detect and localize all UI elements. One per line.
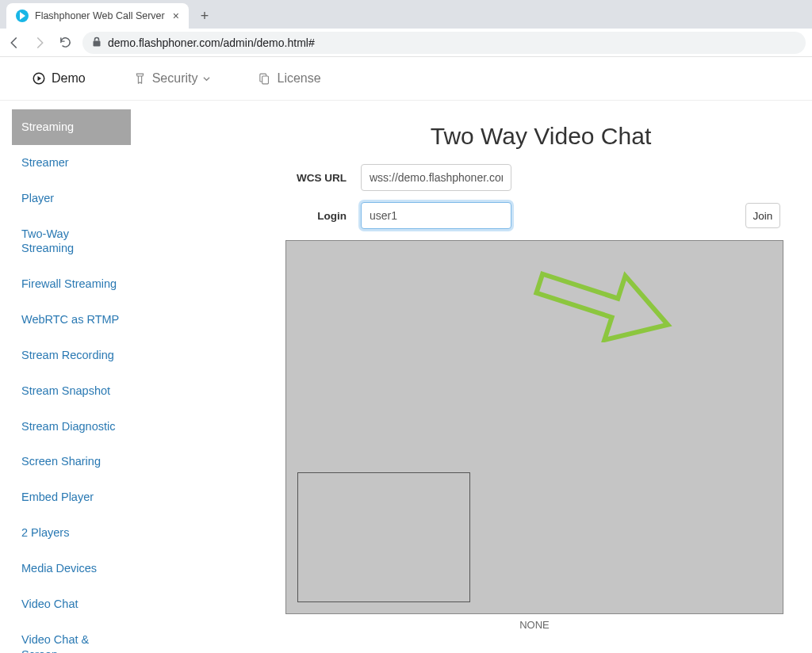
svg-rect-0 <box>94 40 101 46</box>
sidebar: Streaming Streamer Player Two-Way Stream… <box>0 101 143 653</box>
sidebar-item-media-devices[interactable]: Media Devices <box>12 551 131 586</box>
wcs-url-input[interactable] <box>361 164 511 191</box>
nav-demo-label: Demo <box>52 71 86 86</box>
sidebar-item-stream-recording[interactable]: Stream Recording <box>12 338 131 373</box>
login-row: Login Join <box>285 202 796 229</box>
license-icon <box>258 72 271 86</box>
play-circle-icon <box>32 71 46 86</box>
wcs-url-label: WCS URL <box>285 172 361 184</box>
login-input[interactable] <box>361 202 511 229</box>
chevron-down-icon <box>203 71 210 86</box>
join-button[interactable]: Join <box>745 203 780 228</box>
sidebar-item-stream-snapshot[interactable]: Stream Snapshot <box>12 373 131 409</box>
wcs-url-row: WCS URL <box>285 164 796 191</box>
login-label: Login <box>285 210 361 222</box>
sidebar-item-streaming[interactable]: Streaming <box>12 109 131 145</box>
page-title: Two Way Video Chat <box>285 123 796 150</box>
sidebar-item-video-chat[interactable]: Video Chat <box>12 586 131 622</box>
sidebar-item-embed-player[interactable]: Embed Player <box>12 479 131 515</box>
sidebar-item-player[interactable]: Player <box>12 181 131 216</box>
reload-button[interactable] <box>57 35 73 51</box>
browser-tab-active[interactable]: Flashphoner Web Call Server × <box>6 3 189 29</box>
close-icon[interactable]: × <box>173 10 179 22</box>
sidebar-item-video-chat-screen[interactable]: Video Chat & Screen <box>12 622 131 653</box>
lock-icon <box>92 36 102 49</box>
sidebar-item-screen-sharing[interactable]: Screen Sharing <box>12 444 131 479</box>
nav-license[interactable]: License <box>258 71 320 86</box>
sidebar-item-streamer[interactable]: Streamer <box>12 145 131 181</box>
sidebar-item-firewall-streaming[interactable]: Firewall Streaming <box>12 266 131 302</box>
browser-toolbar: demo.flashphoner.com/admin/demo.html# <box>0 29 812 57</box>
forward-button[interactable] <box>32 35 48 51</box>
video-main <box>285 240 783 614</box>
nav-license-label: License <box>277 71 320 86</box>
address-bar[interactable]: demo.flashphoner.com/admin/demo.html# <box>82 32 806 54</box>
address-bar-text: demo.flashphoner.com/admin/demo.html# <box>108 36 315 49</box>
shield-icon <box>133 72 147 86</box>
back-button[interactable] <box>6 35 22 51</box>
nav-security-label: Security <box>152 71 198 86</box>
nav-demo[interactable]: Demo <box>32 71 86 86</box>
sidebar-item-2-players[interactable]: 2 Players <box>12 515 131 551</box>
content-area: Two Way Video Chat WCS URL Login Join NO… <box>143 101 812 653</box>
sidebar-item-webrtc-as-rtmp[interactable]: WebRTC as RTMP <box>12 302 131 338</box>
sidebar-item-stream-diagnostic[interactable]: Stream Diagnostic <box>12 409 131 445</box>
new-tab-button[interactable]: + <box>193 5 216 27</box>
sidebar-item-two-way-streaming[interactable]: Two-Way Streaming <box>12 216 131 267</box>
app-top-nav: Demo Security License <box>0 57 812 101</box>
browser-tab-title: Flashphoner Web Call Server <box>35 10 165 21</box>
video-status: NONE <box>285 619 783 631</box>
browser-tab-strip: Flashphoner Web Call Server × + <box>0 0 812 29</box>
svg-rect-3 <box>262 75 269 83</box>
video-pip <box>297 472 470 602</box>
nav-security[interactable]: Security <box>133 71 211 86</box>
favicon-icon <box>16 10 29 22</box>
